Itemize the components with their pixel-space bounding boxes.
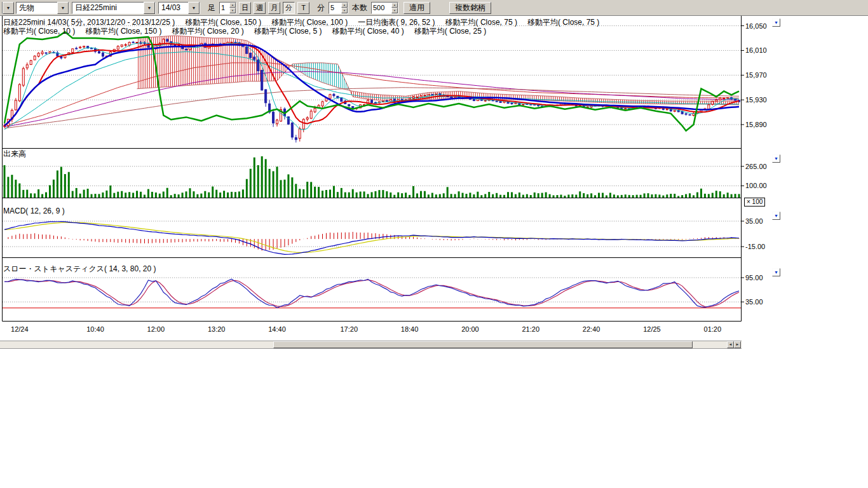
chevron-down-icon: ▼ xyxy=(774,214,778,218)
spin-down-icon: ▼ xyxy=(229,8,236,13)
legend-item: 移動平均( Close, 75 ) xyxy=(527,17,599,28)
spin-up-icon: ▲ xyxy=(341,3,348,8)
symbol-select[interactable]: 日経225mini ▼ xyxy=(72,2,156,14)
legend-item: 移動平均( Close, 40 ) xyxy=(332,26,403,37)
period-month-button[interactable]: 月 xyxy=(268,2,280,14)
overlay-ma-40 xyxy=(4,51,739,129)
legend-item: 移動平均( Close, 20 ) xyxy=(172,26,243,37)
bars-value-input[interactable] xyxy=(372,3,393,13)
spin-down-icon: ▼ xyxy=(341,8,348,13)
chart-application-window: ▼ 先物 ▼ 日経225mini ▼ 14/03 ▼ 足 ▲▼ 日 週 月 分 … xyxy=(0,0,868,488)
price-panel xyxy=(3,32,740,142)
minute-label: 分 xyxy=(317,3,325,13)
chevron-down-icon[interactable]: ▼ xyxy=(3,2,14,14)
market-select[interactable]: 先物 ▼ xyxy=(16,2,69,14)
period-label: 足 xyxy=(208,3,215,13)
spin-up-icon: ▲ xyxy=(229,3,236,8)
axis-label: 95.00 xyxy=(745,274,763,281)
stoch-k-line xyxy=(4,279,739,308)
time-axis-label: 22:40 xyxy=(583,325,600,333)
spin-up-icon: ▲ xyxy=(391,3,398,8)
stoch-panel-label: スロー・ストキャスティクス( 14, 3, 80, 20 ) xyxy=(3,264,156,274)
time-axis-label: 12/24 xyxy=(11,325,29,333)
volume-panel-label: 出来高 xyxy=(3,149,26,159)
period-day-button[interactable]: 日 xyxy=(239,2,251,14)
volume-scale-menu-button[interactable]: ▼ xyxy=(772,154,780,163)
chevron-down-icon: ▼ xyxy=(774,270,778,274)
time-axis-label: 12:00 xyxy=(147,325,165,333)
volume-panel xyxy=(3,148,740,198)
overlay-ma-5 xyxy=(4,43,739,130)
market-select-value: 先物 xyxy=(17,3,57,13)
overlay-lagging-span xyxy=(4,32,739,131)
apply-button[interactable]: 適用 xyxy=(403,2,430,14)
spinner-arrows[interactable]: ▲▼ xyxy=(341,3,348,13)
stoch-panel xyxy=(3,279,741,308)
toolbar: ▼ 先物 ▼ 日経225mini ▼ 14/03 ▼ 足 ▲▼ 日 週 月 分 … xyxy=(0,0,868,16)
time-axis-label: 14:40 xyxy=(268,325,286,333)
axis-label: 15,890 xyxy=(745,121,767,128)
macd-panel xyxy=(4,222,739,255)
axis-label: 35.00 xyxy=(745,298,763,306)
period-week-button[interactable]: 週 xyxy=(254,2,266,14)
overlay-ma-25 xyxy=(4,44,739,125)
symbol-select-value: 日経225mini xyxy=(72,3,144,13)
contract-select[interactable]: 14/03 ▼ xyxy=(158,2,200,14)
bars-label: 本数 xyxy=(352,3,367,13)
time-axis-label: 18:40 xyxy=(401,325,419,333)
time-axis-label: 13:20 xyxy=(208,325,226,333)
macd-scale-menu-button[interactable]: ▼ xyxy=(772,212,780,220)
axis-label: 100.00 xyxy=(745,182,767,189)
stoch-d-line xyxy=(4,280,739,307)
axis-label: 16,010 xyxy=(745,46,767,54)
contract-select-value: 14/03 xyxy=(159,3,188,12)
volume-multiplier-badge: × 100 xyxy=(744,198,765,207)
legend-item: 移動平均( Close, 10 ) xyxy=(3,26,75,37)
legend-item: 移動平均( Close, 150 ) xyxy=(85,26,161,37)
window-selector-combo[interactable]: ▼ xyxy=(2,2,13,14)
legend-item: 移動平均( Close, 5 ) xyxy=(254,26,322,37)
time-axis-label: 12/25 xyxy=(643,325,661,333)
time-axis-label: 10:40 xyxy=(86,325,104,333)
chart-canvas[interactable]: 16,05016,01015,97015,93015,890265.00100.… xyxy=(0,16,782,348)
macd-panel-label: MACD( 12, 26, 9 ) xyxy=(3,207,65,215)
axis-label: 15,970 xyxy=(745,71,767,79)
window-border xyxy=(0,348,742,349)
stoch-scale-menu-button[interactable]: ▼ xyxy=(772,268,780,276)
chevron-down-icon[interactable]: ▼ xyxy=(144,2,155,14)
period-count-spinner[interactable]: ▲▼ xyxy=(219,2,236,14)
price-scale-menu-button[interactable]: ▼ xyxy=(772,18,780,27)
multi-symbol-button[interactable]: 複数銘柄 xyxy=(449,2,491,14)
bars-value-spinner[interactable]: ▲▼ xyxy=(371,2,398,14)
minute-value-input[interactable] xyxy=(329,3,342,13)
period-tick-button[interactable]: T xyxy=(297,2,309,14)
spinner-arrows[interactable]: ▲▼ xyxy=(229,3,236,13)
axis-label: 16,050 xyxy=(745,22,767,30)
period-minute-button[interactable]: 分 xyxy=(283,2,295,14)
time-axis-label: 21:20 xyxy=(522,325,540,333)
chevron-down-icon: ▼ xyxy=(774,20,778,25)
time-axis-label: 01:20 xyxy=(704,325,722,333)
chevron-down-icon[interactable]: ▼ xyxy=(57,2,69,14)
overlay-ma-10 xyxy=(4,44,739,126)
minute-value-spinner[interactable]: ▲▼ xyxy=(329,2,348,14)
axis-label: 15,930 xyxy=(745,96,767,104)
spinner-arrows[interactable]: ▲▼ xyxy=(391,3,398,13)
legend-item: 移動平均( Close, 25 ) xyxy=(414,26,486,37)
spin-down-icon: ▼ xyxy=(391,8,398,13)
time-axis-label: 17:20 xyxy=(340,325,358,333)
chevron-down-icon[interactable]: ▼ xyxy=(188,2,200,14)
time-axis-label: 20:00 xyxy=(461,325,479,333)
chart-legend-line2: 移動平均( Close, 10 )移動平均( Close, 150 )移動平均(… xyxy=(3,26,486,37)
axis-label: 265.00 xyxy=(745,163,767,170)
axis-label: -15.00 xyxy=(745,243,765,250)
chevron-down-icon: ▼ xyxy=(774,156,778,161)
axis-label: 35.00 xyxy=(745,217,763,225)
